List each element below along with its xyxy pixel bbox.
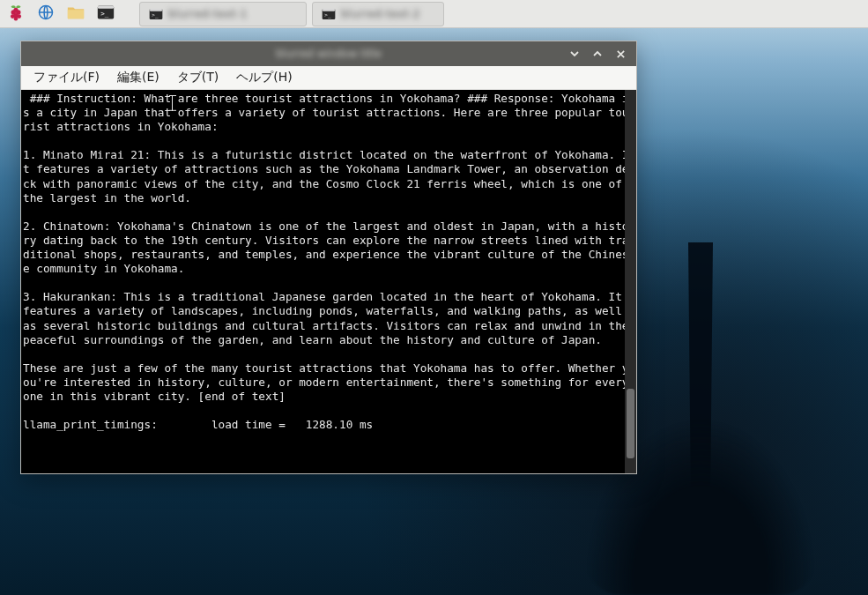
taskbar: >_ >_ blurred-text-1 >_ blurred-text-2 [0,0,868,28]
svg-point-4 [17,14,21,19]
terminal-icon: >_ [149,8,163,20]
svg-point-6 [13,7,18,11]
terminal-scrollbar[interactable] [625,90,636,473]
folder-icon [66,4,85,25]
svg-point-3 [11,14,15,19]
scrollbar-thumb[interactable] [627,389,634,457]
terminal-area[interactable]: ### Instruction: What are three tourist … [21,90,636,473]
menu-file[interactable]: ファイル(F) [26,68,107,87]
terminal-icon: >_ [322,8,336,20]
window-title: blurred window title [21,48,636,60]
chevron-up-icon [592,46,603,63]
window-rollup-button[interactable] [568,47,582,61]
taskbar-item-label: blurred-text-1 [168,8,248,20]
web-browser-launcher[interactable] [33,2,58,26]
svg-text:>_: >_ [152,11,159,19]
chevron-down-icon [569,46,580,63]
close-icon [616,46,626,63]
raspberry-icon [6,3,26,26]
menu-help[interactable]: ヘルプ(H) [229,68,299,87]
svg-rect-12 [150,9,163,11]
svg-text:>_: >_ [100,10,109,18]
window-close-button[interactable] [613,47,627,61]
taskbar-item-1[interactable]: >_ blurred-text-1 [139,2,307,26]
svg-rect-15 [323,9,336,11]
menu-button[interactable] [4,2,28,26]
terminal-icon: >_ [97,4,115,24]
file-manager-launcher[interactable] [63,2,88,26]
svg-point-5 [14,17,18,20]
terminal-output[interactable]: ### Instruction: What are three tourist … [21,90,636,473]
svg-text:>_: >_ [324,11,331,19]
terminal-launcher[interactable]: >_ [93,2,118,26]
taskbar-item-2[interactable]: >_ blurred-text-2 [312,2,444,26]
globe-icon [37,4,55,25]
svg-rect-9 [98,5,114,8]
menu-tabs[interactable]: タブ(T) [170,68,226,87]
terminal-window: blurred window title ファイル(F) 編集(E) タブ(T)… [20,41,637,474]
window-maximize-button[interactable] [590,47,605,61]
window-titlebar[interactable]: blurred window title [21,41,636,66]
taskbar-item-label: blurred-text-2 [341,8,420,20]
menubar: ファイル(F) 編集(E) タブ(T) ヘルプ(H) [21,66,636,90]
menu-edit[interactable]: 編集(E) [110,68,167,87]
